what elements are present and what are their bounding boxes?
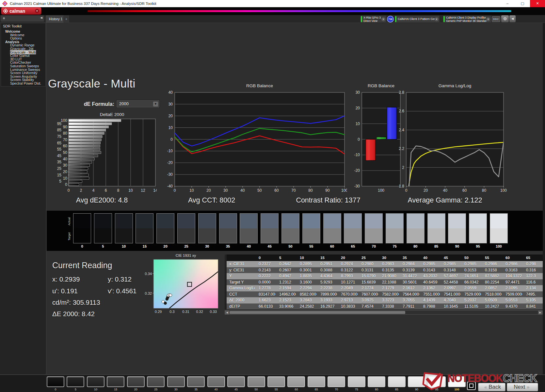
table-horizontal-scrollbar[interactable]: ◀ ▶ [225, 310, 543, 315]
level-patch-90[interactable] [408, 376, 425, 387]
level-patch-60[interactable] [287, 376, 305, 387]
svg-text:0: 0 [65, 182, 67, 187]
meter-device-button[interactable]: X-Rite i1Pro 3 Direct View ▼ [360, 15, 387, 23]
add-tab-button[interactable]: + [63, 15, 69, 23]
level-patch-15[interactable] [107, 376, 124, 387]
pattern-generator-button[interactable]: CalMAN Client 3 Pattern Generator ▼ [394, 15, 440, 23]
svg-text:4: 4 [92, 188, 95, 193]
close-button[interactable]: ✕ [530, 0, 545, 7]
de-formula-value: 2000 [119, 101, 129, 106]
sidebar-item-grayscale-2pt[interactable]: Grayscale - 2pt [1, 47, 45, 51]
sidebar-item-spectral-power-dist[interactable]: Spectral Power Dist. [1, 82, 45, 85]
sidebar-header-bar[interactable]: ◀ [1, 15, 44, 22]
table-cell: 0.3148 [440, 267, 460, 273]
level-patch-35[interactable] [187, 376, 205, 387]
level-patch-55[interactable] [267, 376, 285, 387]
svg-text:45: 45 [57, 154, 62, 158]
row-label: Y [225, 273, 255, 279]
svg-text:60: 60 [274, 188, 279, 193]
patch-label-80: 80 [368, 388, 385, 391]
svg-text:0: 0 [405, 188, 408, 193]
actual-swatch-half [365, 214, 382, 228]
table-cell: 7607.0000 [358, 291, 378, 298]
level-patch-20[interactable] [127, 376, 145, 387]
de-formula-select[interactable]: 2000 ▼ [116, 100, 160, 108]
table-cell: 87.5882 [481, 273, 502, 279]
table-cell: 7551.0000 [419, 291, 440, 298]
table-cell: 5.2037 [460, 297, 481, 303]
settings-gear-button[interactable]: ⚙ [501, 15, 509, 22]
pattern-window-button[interactable] [467, 382, 476, 390]
level-patch-30[interactable] [167, 376, 185, 387]
svg-text:100: 100 [378, 188, 384, 193]
patch-label-95: 95 [428, 388, 446, 391]
sidebar-item-welcome[interactable]: Welcome [1, 33, 45, 37]
level-patch-0[interactable] [47, 376, 64, 387]
actual-swatch-half [324, 214, 341, 228]
table-cell: 7495. [522, 291, 543, 298]
reading-luminance: cd/m²: 305.9113 [52, 299, 100, 306]
table-cell: 7.7911 [399, 303, 419, 310]
table-cell: 122.3 [522, 273, 543, 279]
level-patch-50[interactable] [248, 376, 265, 387]
level-patch-85[interactable] [388, 376, 406, 387]
chevron-down-icon: ▼ [35, 9, 39, 13]
tab-bar: ◀ History 1 + X-Rite i1Pro 3 Direct View… [0, 15, 545, 23]
level-patch-100[interactable] [448, 376, 466, 387]
sidebar-panel: SDR Toolkit ▾WelcomeWelcomeOptions▾Analy… [1, 23, 46, 87]
level-patch-75[interactable] [348, 376, 365, 387]
level-patch-5[interactable] [67, 376, 84, 387]
next-button[interactable]: Next» [507, 383, 538, 391]
table-cell: 4.1439 [419, 297, 440, 303]
calman-menu-label: calman [9, 8, 25, 14]
meter-count-badge[interactable]: 718 [387, 16, 394, 23]
window-title: Calman 2021 Calman Ultimate for Business… [10, 0, 156, 7]
svg-text:0.31: 0.31 [182, 310, 189, 314]
level-patch-10[interactable] [87, 376, 104, 387]
swatch-label-40: 40 [240, 244, 258, 248]
chevron-down-icon[interactable]: ▼ [435, 17, 439, 21]
scrollbar-thumb[interactable] [230, 311, 405, 314]
scroll-right-icon[interactable]: ▶ [538, 311, 542, 314]
rgb-balance-line-chart: RGB Balance403020100-10-20-30-4001020304… [156, 82, 347, 195]
level-patch-65[interactable] [308, 376, 325, 387]
target-swatch-half [303, 228, 320, 243]
table-cell: 2.0997 [440, 285, 460, 291]
level-patch-45[interactable] [227, 376, 245, 387]
level-patch-25[interactable] [147, 376, 165, 387]
table-cell: 5.105 [522, 297, 543, 303]
tab-history-1[interactable]: History 1 [46, 15, 66, 23]
table-cell: 11.5105 [460, 303, 481, 310]
table-cell: 3.7055 [399, 297, 419, 303]
patch-label-40: 40 [207, 388, 225, 391]
grayscale-swatch-strip: Actual Target 05101520253035404550556065… [47, 211, 543, 251]
actual-swatch-half [219, 214, 237, 228]
level-patch-40[interactable] [207, 376, 225, 387]
svg-text:0.29: 0.29 [155, 310, 162, 314]
actual-swatch-half [407, 214, 424, 228]
back-button[interactable]: «Back [478, 383, 505, 391]
level-patch-95[interactable] [428, 376, 446, 387]
level-patch-80[interactable] [368, 376, 385, 387]
svg-text:80: 80 [482, 188, 487, 193]
sidebar-item-color-gamut[interactable]: Color Gamut [1, 54, 45, 57]
grayscale-swatch-60 [323, 213, 341, 243]
collapse-left-icon[interactable]: ◀ [40, 16, 42, 19]
maximize-button[interactable]: ▢ [515, 0, 530, 7]
display-profiler-button[interactable]: CalMAN Client 3 Display Profiler Generic… [443, 15, 491, 23]
ddc-button[interactable]: DDC [492, 16, 500, 22]
svg-text:20: 20 [356, 106, 360, 110]
table-cell: 0.298 [522, 261, 543, 267]
chevron-down-icon[interactable]: ▼ [486, 17, 490, 21]
level-patch-70[interactable] [328, 376, 345, 387]
target-swatch-half [324, 228, 341, 243]
table-cell: 2.2294 [296, 285, 316, 291]
table-cell: 0.3131 [358, 267, 378, 273]
svg-text:80: 80 [308, 188, 313, 193]
collapse-panel-button[interactable]: ◀ [509, 15, 516, 22]
calman-menu-button[interactable]: calman ▼ [1, 8, 41, 14]
chevron-down-icon[interactable]: ▼ [381, 17, 385, 21]
minimize-button[interactable]: – [500, 0, 515, 7]
scroll-left-icon[interactable]: ◀ [225, 311, 229, 314]
patch-label-100: 100 [448, 388, 466, 391]
